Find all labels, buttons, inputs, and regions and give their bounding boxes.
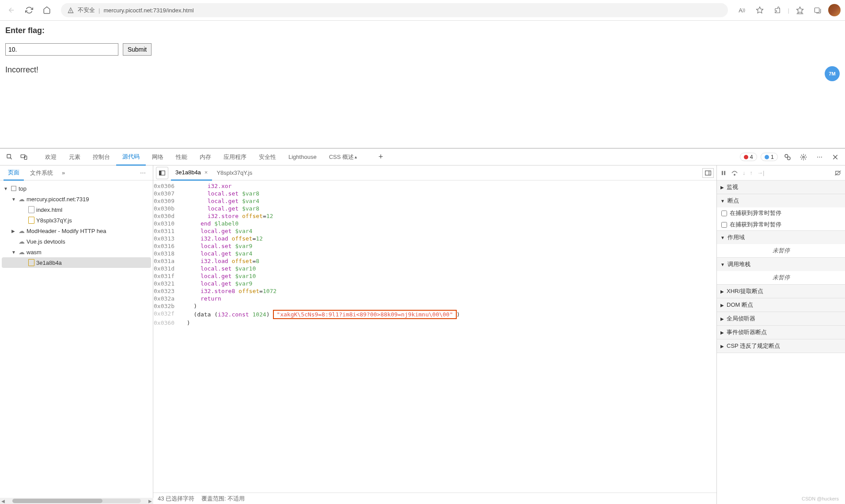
deactivate-bp-icon[interactable]: [834, 170, 841, 176]
nav-tab-filesystem[interactable]: 文件系统: [26, 165, 57, 181]
step-over-icon[interactable]: [731, 170, 738, 176]
watermark: CSDN @huckers: [802, 496, 839, 501]
toggle-debugger-icon[interactable]: [702, 168, 714, 178]
devtools-tab-3[interactable]: 源代码: [116, 149, 146, 165]
devtools-tab-8[interactable]: 安全性: [253, 149, 282, 165]
side-badge[interactable]: 7M: [825, 66, 840, 81]
cloud-icon: [19, 196, 25, 203]
svg-point-20: [734, 174, 735, 175]
code-viewer[interactable]: 0x0306 i32.xor0x0307 local.set $var80x03…: [153, 181, 716, 493]
tree-site[interactable]: ▼mercury.picoctf.net:7319: [2, 194, 151, 204]
callstack-empty: 未暂停: [717, 271, 845, 284]
nav-tab-page[interactable]: 页面: [4, 165, 24, 181]
more-icon[interactable]: ⋯: [813, 151, 826, 163]
toolbar-divider: |: [788, 7, 789, 14]
devtools-tab-10[interactable]: CSS 概述 ▲: [323, 149, 364, 165]
step-into-icon[interactable]: ↓: [743, 169, 746, 176]
svg-rect-12: [11, 186, 16, 191]
callstack-section[interactable]: ▼调用堆栈: [717, 258, 845, 271]
svg-point-9: [803, 156, 804, 158]
selection-status: 43 已选择字符: [158, 495, 194, 503]
error-badge[interactable]: 4: [740, 153, 757, 161]
file-icon: [28, 206, 34, 213]
devtools-tab-5[interactable]: 性能: [170, 149, 193, 165]
csp-bp-section[interactable]: ▶CSP 违反了规定断点: [717, 339, 845, 353]
devtools-tab-7[interactable]: 应用程序: [217, 149, 253, 165]
highlighted-string: "xakgK\5cNs9=8:9l1?im8i<89?00>88k09=nj9k…: [273, 310, 456, 319]
device-toggle-icon[interactable]: [18, 151, 30, 163]
tree-wasm-file[interactable]: 3e1a8b4a: [2, 257, 151, 268]
svg-rect-15: [159, 171, 161, 174]
devtools: 欢迎元素控制台源代码网络性能内存应用程序安全性LighthouseCSS 概述 …: [0, 148, 845, 504]
profile-avatar[interactable]: [828, 4, 841, 16]
editor-status-bar: 43 已选择字符 覆盖范围: 不适用: [153, 493, 716, 504]
info-badge[interactable]: 1: [761, 153, 778, 161]
collections-icon[interactable]: [811, 3, 825, 17]
cloud-icon: [19, 248, 25, 256]
devtools-tab-1[interactable]: 元素: [63, 149, 87, 165]
url-text: mercury.picoctf.net:7319/index.html: [103, 7, 193, 14]
svg-point-7: [785, 154, 788, 158]
tree-ext-vue[interactable]: Vue.js devtools: [2, 236, 151, 247]
devtools-tab-9[interactable]: Lighthouse: [282, 149, 323, 165]
coverage-status: 覆盖范围: 不适用: [201, 495, 245, 503]
toggle-navigator-icon[interactable]: [156, 167, 168, 179]
favorites-bar-icon[interactable]: [793, 3, 807, 17]
debugger-sidebar: ↓ ↑ →| ▶监视 ▼断点 在捕获到异常时暂停 在捕获到异常时暂停 ▼作用域 …: [717, 165, 845, 504]
file-tab-wasm[interactable]: 3e1a8b4a×: [171, 165, 212, 181]
nav-tab-more[interactable]: »: [59, 169, 68, 176]
url-bar[interactable]: 不安全 | mercury.picoctf.net:7319/index.htm…: [61, 3, 728, 17]
flag-input[interactable]: [5, 43, 118, 56]
url-divider: |: [99, 7, 100, 14]
file-tab-js[interactable]: Y8splx37qY.js: [212, 165, 257, 181]
sources-navigator: 页面 文件系统 » ⋯ ▼top ▼mercury.picoctf.net:73…: [0, 165, 153, 504]
issues-icon[interactable]: [781, 151, 794, 163]
horizontal-scrollbar[interactable]: ◀▶: [0, 498, 153, 504]
devtools-tab-4[interactable]: 网络: [146, 149, 170, 165]
watch-section[interactable]: ▶监视: [717, 181, 845, 194]
nav-more-icon[interactable]: ⋯: [137, 169, 149, 176]
favorite-icon[interactable]: [753, 3, 767, 17]
scope-empty: 未暂停: [717, 244, 845, 257]
error-dot-icon: [744, 155, 748, 159]
dom-bp-section[interactable]: ▶DOM 断点: [717, 298, 845, 312]
file-icon: [28, 259, 34, 266]
scope-section[interactable]: ▼作用域: [717, 231, 845, 244]
source-editor: 3e1a8b4a× Y8splx37qY.js 0x0306 i32.xor0x…: [153, 165, 717, 504]
svg-rect-19: [724, 171, 725, 175]
cloud-icon: [19, 227, 25, 234]
xhr-section[interactable]: ▶XHR/提取断点: [717, 285, 845, 298]
tree-index-html[interactable]: index.html: [2, 204, 151, 215]
step-out-icon[interactable]: ↑: [750, 169, 753, 176]
close-icon[interactable]: ×: [205, 169, 208, 176]
page-content: Enter flag: Submit Incorrect!: [0, 21, 845, 80]
home-button[interactable]: [40, 3, 54, 17]
settings-icon[interactable]: [797, 151, 810, 163]
extensions-icon[interactable]: [770, 3, 784, 17]
bp-pause-exceptions-2[interactable]: 在捕获到异常时暂停: [717, 219, 845, 230]
event-listener-bp-section[interactable]: ▶事件侦听器断点: [717, 326, 845, 339]
back-button[interactable]: [4, 3, 19, 17]
devtools-tab-6[interactable]: 内存: [193, 149, 217, 165]
bp-pause-exceptions-1[interactable]: 在捕获到异常时暂停: [717, 207, 845, 219]
devtools-tab-0[interactable]: 欢迎: [39, 149, 63, 165]
refresh-button[interactable]: [22, 3, 36, 17]
info-dot-icon: [765, 155, 769, 159]
frame-icon: [11, 185, 17, 192]
inspect-icon[interactable]: [4, 151, 16, 163]
step-icon[interactable]: →|: [757, 169, 764, 176]
tree-js-file[interactable]: Y8splx37qY.js: [2, 215, 151, 226]
devtools-tab-2[interactable]: 控制台: [87, 149, 116, 165]
close-devtools-icon[interactable]: [829, 151, 841, 163]
add-tab-icon[interactable]: +: [375, 151, 387, 163]
global-listeners-section[interactable]: ▶全局侦听器: [717, 312, 845, 325]
tree-wasm-folder[interactable]: ▼wasm: [2, 247, 151, 257]
tree-ext-modheader[interactable]: ▶ModHeader - Modify HTTP hea: [2, 226, 151, 236]
pause-icon[interactable]: [720, 170, 727, 176]
submit-button[interactable]: Submit: [123, 43, 152, 56]
breakpoints-section[interactable]: ▼断点: [717, 194, 845, 207]
page-heading: Enter flag:: [5, 26, 840, 35]
svg-marker-1: [797, 7, 803, 13]
read-aloud-icon[interactable]: A)): [735, 3, 749, 17]
tree-top[interactable]: ▼top: [2, 183, 151, 194]
